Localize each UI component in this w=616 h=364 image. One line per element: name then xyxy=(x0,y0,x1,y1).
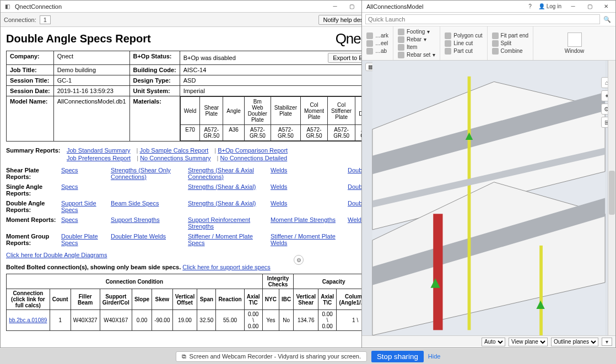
qnect-titlebar: ◧ QnectConnection ─ ▢ ✕ xyxy=(1,1,380,13)
ribbon: …ark …eel …ab Footing ▾ Rebar ▾ Item Reb… xyxy=(362,26,615,61)
report-link[interactable]: Welds xyxy=(271,183,287,190)
report-links-grid: Shear Plate Reports:SpecsStrengths (Shea… xyxy=(6,167,374,246)
rebar-set-icon xyxy=(398,52,404,58)
summary-label: Summary Reports: xyxy=(6,147,67,154)
quick-launch-input[interactable] xyxy=(365,14,600,24)
model-title: AllConnectionsModel xyxy=(365,3,525,10)
connection-label: Connection: xyxy=(4,17,36,23)
summary-link[interactable]: No Connections Summary xyxy=(140,155,210,161)
report-link[interactable]: Welds xyxy=(271,167,287,173)
ribbon-group-rebar: Footing ▾ Rebar ▾ Item Rebar set ▾ xyxy=(393,26,440,60)
model-bottom-bar: Auto View plane Outline planes ▾ xyxy=(362,335,615,347)
ribbon-group-window[interactable]: Window xyxy=(533,26,615,60)
report-title: Double Angle Specs Report xyxy=(6,32,151,45)
report-row-label: Double Angle Reports: xyxy=(6,200,61,213)
minimize-button[interactable]: ─ xyxy=(327,2,343,12)
report-link[interactable]: Support Reinforcement Strengths xyxy=(188,216,250,230)
footing-icon xyxy=(398,29,404,35)
ribbon-group-edit: Fit part end Split Combine xyxy=(488,26,534,60)
connections-table: Connection Condition Integrity Checks Ca… xyxy=(6,274,374,331)
job-info-table: Company: Qnect B+Op Status: B+Op was dis… xyxy=(6,51,380,142)
report-link[interactable]: Specs xyxy=(61,167,78,173)
report-link[interactable]: Specs xyxy=(61,183,78,190)
value-bop: B+Op was disabled xyxy=(183,55,236,61)
hide-button[interactable]: Hide xyxy=(428,353,441,360)
split-icon xyxy=(492,40,499,47)
report-link[interactable]: Stiffener / Moment Plate Specs xyxy=(188,233,253,246)
summary-link[interactable]: B+Op Comparison Report xyxy=(218,147,288,154)
summary-link[interactable]: No Connections Detailed xyxy=(220,155,288,161)
maximize-button[interactable]: ▢ xyxy=(343,2,360,12)
chevron-down-icon: ▾ xyxy=(433,52,435,58)
report-row-label: Single Angle Reports: xyxy=(6,183,61,197)
report-link[interactable]: Specs xyxy=(61,216,78,223)
maximize-button[interactable]: ▢ xyxy=(581,2,598,12)
materials-label: Materials: xyxy=(129,96,180,142)
login-button[interactable]: 👤Log in xyxy=(535,3,565,9)
part-cut-icon xyxy=(445,48,451,55)
group-connection-condition: Connection Condition xyxy=(7,274,263,289)
window-icon xyxy=(568,32,582,47)
rebar-icon xyxy=(398,36,404,43)
summary-link[interactable]: Job Preferences Report xyxy=(67,155,131,161)
model-titlebar: AllConnectionsModel ? 👤Log in ─ ▢ ✕ xyxy=(362,1,615,13)
screen-share-bar: ⧉ Screen and Webcam Recorder - Vidyard i… xyxy=(0,349,616,364)
report-link[interactable]: Moment Plate Strengths xyxy=(271,216,336,223)
stop-sharing-button[interactable]: Stop sharing xyxy=(371,351,424,362)
minimize-button[interactable]: ─ xyxy=(565,2,581,12)
model-app-window: AllConnectionsModel ? 👤Log in ─ ▢ ✕ 🔍 …a… xyxy=(361,0,616,348)
quick-launch-bar: 🔍 xyxy=(362,13,615,26)
ribbon-group-cut: Polygon cut Line cut Part cut xyxy=(440,26,487,60)
combine-icon xyxy=(492,48,499,55)
fit-part-end-icon xyxy=(492,32,499,39)
connection-link[interactable]: bb.2bc.a.01089 xyxy=(9,317,47,323)
table-row: bb.2bc.a.01089 1 W40X327 W40X167 0.00 -9… xyxy=(7,310,374,331)
label: B+Op Status: xyxy=(129,51,180,65)
report-link[interactable]: Strengths (Shear & Axial) xyxy=(188,183,256,190)
gear-icon[interactable]: ⚙ xyxy=(294,255,304,265)
svg-rect-7 xyxy=(539,246,543,335)
report-row-label: Moment Reports: xyxy=(6,216,61,223)
view-plane-select[interactable]: View plane xyxy=(509,338,548,346)
chevron-down-icon: ▾ xyxy=(427,29,430,35)
auto-select[interactable]: Auto xyxy=(482,338,505,346)
report-link[interactable]: Strengths (Shear Only Connections) xyxy=(111,167,171,180)
report-link[interactable]: Doubler Plate Welds xyxy=(111,233,166,240)
app-icon: ◧ xyxy=(4,3,10,10)
report-link[interactable]: Support Side Specs xyxy=(61,200,96,213)
report-link[interactable]: Stiffener / Moment Plate Welds xyxy=(271,233,336,246)
value: Qnect xyxy=(53,51,129,65)
model-3d-view xyxy=(362,61,615,335)
report-link[interactable]: Support Strengths xyxy=(111,216,160,223)
viewport[interactable]: ▦ 📄 › xyxy=(362,61,615,335)
viewport-scrollbar[interactable] xyxy=(608,61,615,335)
report-link[interactable]: Strengths (Shear & Axial Connections) xyxy=(188,167,254,180)
item-icon xyxy=(398,44,404,51)
report-body: Double Angle Specs Report Qnect Company:… xyxy=(1,27,380,347)
report-row-label: Shear Plate Reports: xyxy=(6,167,61,180)
report-link[interactable]: Welds xyxy=(271,200,287,207)
line-cut-icon xyxy=(445,40,451,47)
chevron-down-icon: ▾ xyxy=(424,36,426,42)
summary-reports: Summary Reports: Job Standard Summary | … xyxy=(6,147,374,161)
qnect-toolbar: Connection: 1 Notify help desk... xyxy=(1,13,380,27)
close-button[interactable]: ✕ xyxy=(598,2,614,12)
diagrams-link[interactable]: Click here for Double Angle Diagrams xyxy=(6,252,107,258)
qnect-window: ◧ QnectConnection ─ ▢ ✕ Connection: 1 No… xyxy=(0,0,380,348)
outline-planes-select[interactable]: Outline planes xyxy=(551,338,598,346)
report-row-label: Moment Group Reports: xyxy=(6,233,61,246)
label: Company: xyxy=(7,51,54,65)
report-link[interactable]: Doubler Plate Specs xyxy=(61,233,98,246)
summary-link[interactable]: Job Sample Calcs Report xyxy=(140,147,209,154)
report-link[interactable]: Beam Side Specs xyxy=(111,200,159,207)
summary-link[interactable]: Job Standard Summary xyxy=(67,147,131,154)
connection-index[interactable]: 1 xyxy=(40,15,51,24)
ribbon-group-obj: …ark …eel …ab xyxy=(362,26,393,60)
support-side-specs-link[interactable]: Click here for support side specs xyxy=(182,264,271,270)
report-link[interactable]: Strengths (Shear & Axial) xyxy=(188,200,256,207)
help-icon[interactable]: ? xyxy=(525,3,535,9)
para-lead: Bolted Bolted connection(s), showing onl… xyxy=(6,264,181,270)
search-icon[interactable]: 🔍 xyxy=(602,14,612,24)
extra-button[interactable]: ▾ xyxy=(602,338,612,346)
polygon-cut-icon xyxy=(445,32,451,39)
